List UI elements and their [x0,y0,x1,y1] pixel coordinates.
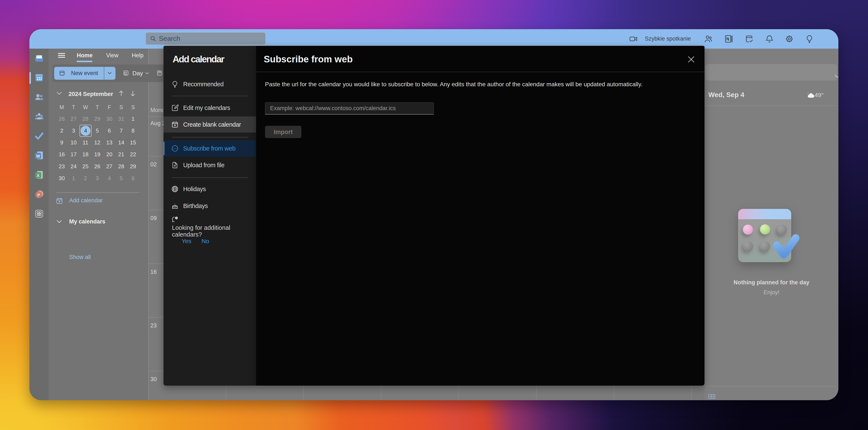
svg-text:W: W [36,154,40,158]
svg-text:X: X [37,173,39,178]
svg-text:P: P [37,193,40,197]
